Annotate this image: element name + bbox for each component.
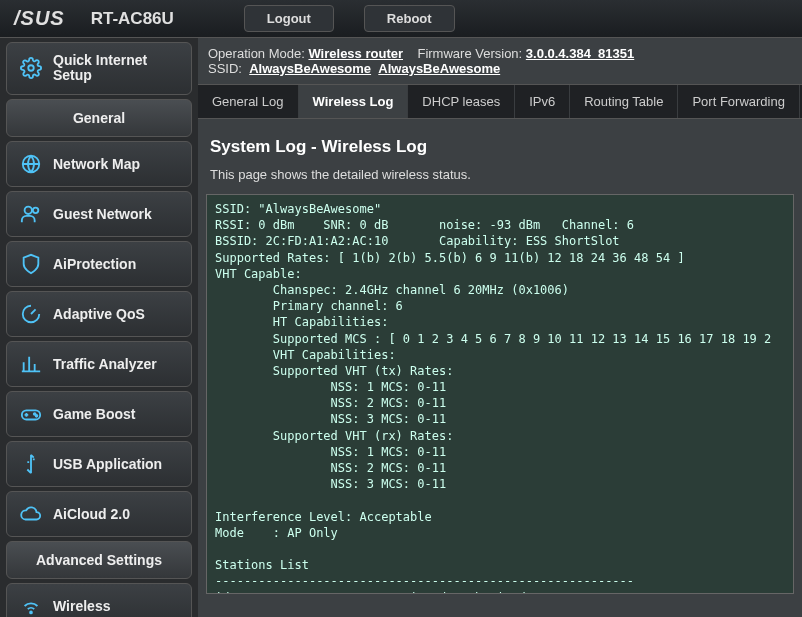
opmode-link[interactable]: Wireless router xyxy=(308,46,403,61)
qis-label: Quick Internet Setup xyxy=(53,53,147,84)
top-bar: /SUS RT-AC86U Logout Reboot xyxy=(0,0,802,38)
svg-point-6 xyxy=(36,415,38,417)
users-icon xyxy=(19,202,43,226)
qis-line1: Quick Internet xyxy=(53,53,147,68)
ssid1-link[interactable]: AlwaysBeAwesome xyxy=(249,61,371,76)
qis-line2: Setup xyxy=(53,68,147,83)
sidebar-item-label: Traffic Analyzer xyxy=(53,356,157,372)
sidebar-item-label: Guest Network xyxy=(53,206,152,222)
wifi-icon xyxy=(19,594,43,617)
qis-icon xyxy=(19,56,43,80)
cloud-icon xyxy=(19,502,43,526)
logout-button[interactable]: Logout xyxy=(244,5,334,32)
sidebar: Quick Internet Setup General Network Map… xyxy=(0,38,198,617)
quick-internet-setup[interactable]: Quick Internet Setup xyxy=(6,42,192,95)
tab-bar: General Log Wireless Log DHCP leases IPv… xyxy=(198,84,802,119)
tab-port-forwarding[interactable]: Port Forwarding xyxy=(678,85,799,118)
ssid-label: SSID: xyxy=(208,61,242,76)
shield-icon xyxy=(19,252,43,276)
tab-ipv6[interactable]: IPv6 xyxy=(515,85,570,118)
sidebar-item-label: Adaptive QoS xyxy=(53,306,145,322)
page-description: This page shows the detailed wireless st… xyxy=(198,167,802,194)
sidebar-item-label: AiCloud 2.0 xyxy=(53,506,130,522)
sidebar-item-adaptive-qos[interactable]: Adaptive QoS xyxy=(6,291,192,337)
tab-routing-table[interactable]: Routing Table xyxy=(570,85,678,118)
ssid2-link[interactable]: AlwaysBeAwesome xyxy=(378,61,500,76)
tab-general-log[interactable]: General Log xyxy=(198,85,299,118)
tab-dhcp-leases[interactable]: DHCP leases xyxy=(408,85,515,118)
svg-point-3 xyxy=(33,207,39,213)
globe-icon xyxy=(19,152,43,176)
wireless-log-output: SSID: "AlwaysBeAwesome" RSSI: 0 dBm SNR:… xyxy=(206,194,794,594)
section-advanced-label: Advanced Settings xyxy=(36,552,162,568)
brand-text: /SUS xyxy=(14,7,65,30)
chart-icon xyxy=(19,352,43,376)
sidebar-item-usb-application[interactable]: USB Application xyxy=(6,441,192,487)
gauge-icon xyxy=(19,302,43,326)
top-buttons: Logout Reboot xyxy=(244,5,455,32)
fw-link[interactable]: 3.0.0.4.384_81351 xyxy=(526,46,634,61)
main-area: Quick Internet Setup General Network Map… xyxy=(0,38,802,617)
svg-point-2 xyxy=(25,206,32,213)
section-general: General xyxy=(6,99,192,137)
content-area: Operation Mode: Wireless router Firmware… xyxy=(198,38,802,617)
page-title: System Log - Wireless Log xyxy=(198,119,802,167)
brand-logo: /SUS xyxy=(0,7,79,30)
section-advanced: Advanced Settings xyxy=(6,541,192,579)
sidebar-item-network-map[interactable]: Network Map xyxy=(6,141,192,187)
sidebar-item-guest-network[interactable]: Guest Network xyxy=(6,191,192,237)
sidebar-item-aicloud[interactable]: AiCloud 2.0 xyxy=(6,491,192,537)
sidebar-item-wireless[interactable]: Wireless xyxy=(6,583,192,617)
operation-header: Operation Mode: Wireless router Firmware… xyxy=(198,38,802,84)
svg-point-0 xyxy=(28,66,34,72)
sidebar-item-label: USB Application xyxy=(53,456,162,472)
sidebar-item-label: AiProtection xyxy=(53,256,136,272)
sidebar-item-aiprotection[interactable]: AiProtection xyxy=(6,241,192,287)
sidebar-item-traffic-analyzer[interactable]: Traffic Analyzer xyxy=(6,341,192,387)
opmode-label: Operation Mode: xyxy=(208,46,305,61)
tab-wireless-log[interactable]: Wireless Log xyxy=(299,85,409,118)
model-name: RT-AC86U xyxy=(91,9,174,29)
fw-label: Firmware Version: xyxy=(417,46,522,61)
reboot-button[interactable]: Reboot xyxy=(364,5,455,32)
sidebar-item-label: Game Boost xyxy=(53,406,135,422)
sidebar-item-label: Network Map xyxy=(53,156,140,172)
svg-point-7 xyxy=(30,611,32,613)
sidebar-item-game-boost[interactable]: Game Boost xyxy=(6,391,192,437)
usb-icon xyxy=(19,452,43,476)
gamepad-icon xyxy=(19,402,43,426)
section-general-label: General xyxy=(73,110,125,126)
sidebar-item-label: Wireless xyxy=(53,598,110,614)
